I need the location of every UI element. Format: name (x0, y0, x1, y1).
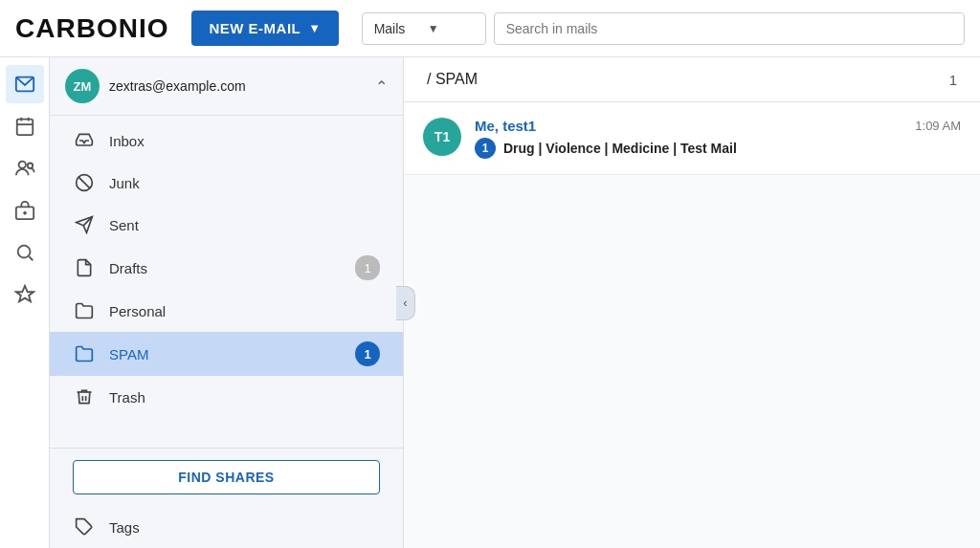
dropdown-arrow-icon: ▼ (428, 22, 474, 35)
drafts-badge: 1 (355, 255, 380, 280)
nav-item-tags[interactable]: Tags (50, 506, 403, 548)
nav-item-drafts[interactable]: Drafts 1 (50, 246, 403, 290)
mail-subject-row: 1 Drug | Violence | Medicine | Test Mail (475, 138, 961, 159)
drafts-icon (73, 256, 96, 279)
main-area: ZM zextras@example.com ⌃ Inbox (0, 57, 980, 548)
mails-dropdown[interactable]: Mails ▼ (362, 12, 486, 45)
mail-subject: Drug | Violence | Medicine | Test Mail (503, 141, 737, 156)
search-bar-area: Mails ▼ (362, 12, 965, 45)
sidebar: ZM zextras@example.com ⌃ Inbox (50, 57, 404, 548)
trash-icon (73, 385, 96, 408)
sent-icon (73, 213, 96, 236)
search-input[interactable] (506, 21, 952, 36)
tags-label: Tags (109, 519, 140, 536)
mail-count-badge: 1 (475, 138, 496, 159)
account-chevron-icon[interactable]: ⌃ (375, 77, 388, 96)
trash-label: Trash (109, 389, 380, 406)
inbox-icon (73, 129, 96, 152)
nav-item-spam[interactable]: SPAM 1 (50, 332, 403, 376)
mail-body: Me, test1 1:09 AM 1 Drug | Violence | Me… (475, 118, 961, 159)
spam-icon (73, 342, 96, 365)
mail-avatar: T1 (423, 118, 461, 156)
svg-point-10 (17, 246, 30, 258)
mail-sender: Me, test1 (475, 118, 915, 134)
sent-label: Sent (109, 217, 380, 233)
nav-item-inbox[interactable]: Inbox (50, 120, 403, 162)
mail-top: Me, test1 1:09 AM (475, 118, 961, 134)
collapse-sidebar-button[interactable]: ‹ (396, 286, 415, 320)
account-row[interactable]: ZM zextras@example.com ⌃ (50, 57, 403, 116)
inbox-label: Inbox (109, 133, 380, 149)
sidebar-item-star[interactable] (6, 275, 44, 314)
svg-line-13 (78, 177, 90, 188)
sidebar-item-contacts[interactable] (6, 149, 44, 187)
junk-label: Junk (109, 175, 380, 191)
nav-item-trash[interactable]: Trash (50, 376, 403, 418)
nav-item-junk[interactable]: Junk (50, 162, 403, 204)
svg-point-5 (18, 162, 25, 168)
search-input-wrapper (494, 12, 965, 45)
sidebar-nav: Inbox Junk Sent (50, 116, 403, 448)
junk-icon (73, 171, 96, 194)
account-email: zextras@example.com (109, 78, 375, 94)
mail-time: 1:09 AM (915, 119, 961, 133)
nav-item-personal[interactable]: Personal (50, 290, 403, 332)
sidebar-item-calendar[interactable] (6, 107, 44, 145)
sidebar-item-search[interactable] (6, 233, 44, 272)
personal-label: Personal (109, 303, 380, 319)
content-area: / SPAM 1 T1 Me, test1 1:09 AM 1 Drug | V… (404, 57, 980, 548)
personal-icon (73, 299, 96, 322)
topbar: CARBONIO NEW E-MAIL ▼ Mails ▼ (0, 0, 980, 57)
svg-line-11 (29, 256, 33, 260)
drafts-label: Drafts (109, 260, 355, 276)
tags-icon (73, 515, 96, 538)
spam-label: SPAM (109, 346, 355, 362)
account-avatar: ZM (65, 69, 100, 103)
sidebar-item-briefcase[interactable] (6, 191, 44, 230)
mail-item[interactable]: T1 Me, test1 1:09 AM 1 Drug | Violence |… (404, 102, 980, 175)
chevron-down-icon: ▼ (308, 21, 321, 35)
folder-count: 1 (949, 72, 957, 88)
sidebar-wrapper: ZM zextras@example.com ⌃ Inbox (50, 57, 404, 548)
logo: CARBONIO (15, 13, 168, 44)
find-shares-button[interactable]: FIND SHARES (73, 460, 380, 494)
nav-item-sent[interactable]: Sent (50, 204, 403, 246)
content-header: / SPAM 1 (404, 57, 980, 102)
find-shares-row: FIND SHARES (50, 448, 403, 506)
folder-path: / SPAM (427, 71, 949, 88)
svg-rect-1 (16, 120, 33, 136)
spam-badge: 1 (355, 341, 380, 366)
sidebar-item-mail[interactable] (6, 65, 44, 103)
new-email-button[interactable]: NEW E-MAIL ▼ (191, 11, 338, 46)
mail-list: T1 Me, test1 1:09 AM 1 Drug | Violence |… (404, 102, 980, 548)
icon-strip (0, 57, 50, 548)
